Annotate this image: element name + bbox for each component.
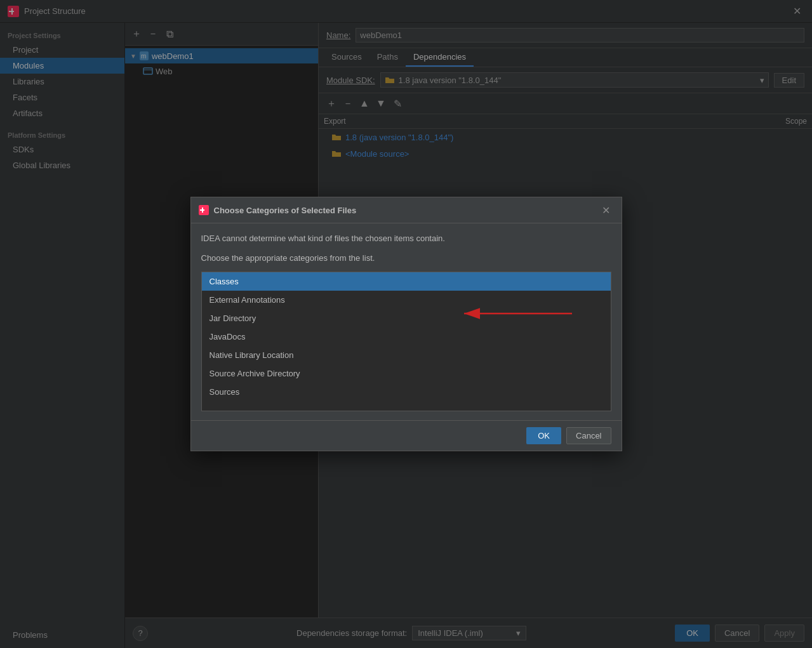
modal-title-bar: Choose Categories of Selected Files ✕: [191, 197, 622, 223]
category-sources[interactable]: Sources: [202, 383, 611, 401]
categories-list: Classes External Annotations Jar Directo…: [201, 272, 611, 411]
category-native-library-location[interactable]: Native Library Location: [202, 346, 611, 364]
modal-icon: [199, 205, 209, 215]
modal-desc-line2: Choose the appropriate categories from t…: [201, 252, 611, 265]
category-javadocs[interactable]: JavaDocs: [202, 327, 611, 346]
modal-cancel-button[interactable]: Cancel: [566, 427, 611, 444]
modal-desc-line1: IDEA cannot determine what kind of files…: [201, 232, 611, 246]
modal-close-button[interactable]: ✕: [599, 202, 614, 218]
modal-overlay: Choose Categories of Selected Files ✕ ID…: [0, 0, 812, 648]
modal-footer: OK Cancel: [191, 420, 622, 451]
modal-title: Choose Categories of Selected Files: [214, 206, 357, 215]
category-jar-directory[interactable]: Jar Directory: [202, 309, 611, 327]
category-classes[interactable]: Classes: [202, 272, 611, 291]
category-source-archive-directory[interactable]: Source Archive Directory: [202, 364, 611, 383]
modal-body: IDEA cannot determine what kind of files…: [191, 223, 622, 420]
choose-categories-modal: Choose Categories of Selected Files ✕ ID…: [190, 197, 622, 451]
modal-ok-button[interactable]: OK: [526, 427, 561, 444]
svg-rect-8: [202, 208, 203, 213]
category-external-annotations[interactable]: External Annotations: [202, 291, 611, 309]
